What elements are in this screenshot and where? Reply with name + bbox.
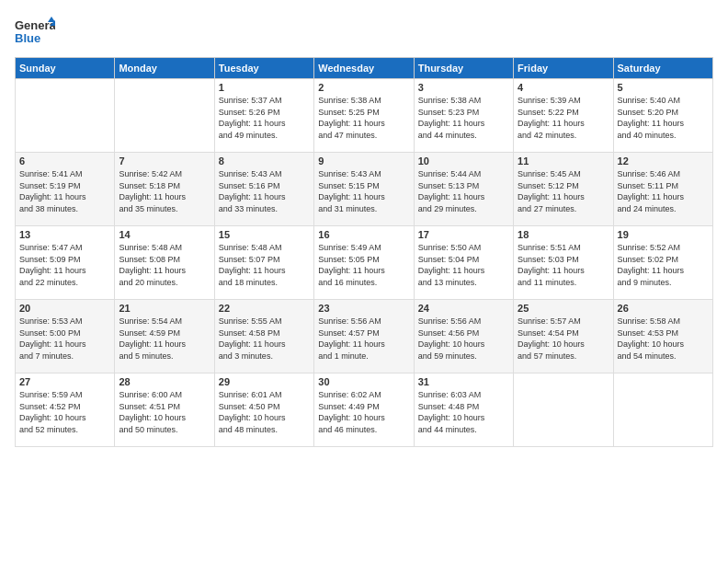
day-number: 4 [518,82,609,93]
day-info: Sunrise: 5:39 AM Sunset: 5:22 PM Dayligh… [518,95,609,141]
day-number: 13 [19,229,110,240]
day-info: Sunrise: 5:38 AM Sunset: 5:23 PM Dayligh… [418,95,509,141]
day-number: 31 [418,376,509,387]
day-number: 23 [318,303,409,314]
day-number: 1 [219,82,310,93]
day-number: 18 [518,229,609,240]
day-number: 30 [318,376,409,387]
calendar-week-row: 20Sunrise: 5:53 AM Sunset: 5:00 PM Dayli… [16,300,713,373]
day-info: Sunrise: 5:47 AM Sunset: 5:09 PM Dayligh… [19,242,110,288]
calendar-cell: 21Sunrise: 5:54 AM Sunset: 4:59 PM Dayli… [115,300,214,373]
calendar-cell: 26Sunrise: 5:58 AM Sunset: 4:53 PM Dayli… [613,300,712,373]
day-info: Sunrise: 5:51 AM Sunset: 5:03 PM Dayligh… [518,242,609,288]
calendar-header-row: SundayMondayTuesdayWednesdayThursdayFrid… [16,58,713,79]
day-info: Sunrise: 5:48 AM Sunset: 5:08 PM Dayligh… [119,242,210,288]
calendar-cell [115,79,214,153]
day-info: Sunrise: 6:03 AM Sunset: 4:48 PM Dayligh… [418,389,509,435]
calendar-cell: 8Sunrise: 5:43 AM Sunset: 5:16 PM Daylig… [214,153,313,226]
day-info: Sunrise: 5:54 AM Sunset: 4:59 PM Dayligh… [119,316,210,362]
calendar-cell [514,373,613,447]
day-info: Sunrise: 5:53 AM Sunset: 5:00 PM Dayligh… [19,316,110,362]
calendar-cell: 1Sunrise: 5:37 AM Sunset: 5:26 PM Daylig… [214,79,313,153]
day-info: Sunrise: 5:38 AM Sunset: 5:25 PM Dayligh… [318,95,409,141]
calendar-cell: 30Sunrise: 6:02 AM Sunset: 4:49 PM Dayli… [314,373,414,447]
header: General Blue [15,15,713,48]
calendar-cell: 13Sunrise: 5:47 AM Sunset: 5:09 PM Dayli… [16,226,115,300]
day-number: 9 [318,155,409,167]
day-info: Sunrise: 5:48 AM Sunset: 5:07 PM Dayligh… [219,242,310,288]
day-info: Sunrise: 6:01 AM Sunset: 4:50 PM Dayligh… [219,389,310,435]
calendar-cell: 29Sunrise: 6:01 AM Sunset: 4:50 PM Dayli… [214,373,313,447]
weekday-header: Thursday [414,58,513,79]
calendar-cell: 5Sunrise: 5:40 AM Sunset: 5:20 PM Daylig… [613,79,712,153]
day-number: 16 [318,229,409,240]
day-number: 14 [119,229,210,240]
day-info: Sunrise: 5:50 AM Sunset: 5:04 PM Dayligh… [418,242,509,288]
day-number: 22 [219,303,310,314]
calendar-cell: 9Sunrise: 5:43 AM Sunset: 5:15 PM Daylig… [314,153,414,226]
weekday-header: Friday [514,58,613,79]
day-info: Sunrise: 5:40 AM Sunset: 5:20 PM Dayligh… [618,95,709,141]
calendar-cell: 4Sunrise: 5:39 AM Sunset: 5:22 PM Daylig… [514,79,613,153]
calendar-cell [613,373,712,447]
calendar-cell [16,79,115,153]
calendar-week-row: 27Sunrise: 5:59 AM Sunset: 4:52 PM Dayli… [16,373,713,447]
day-number: 10 [418,155,509,167]
calendar-cell: 7Sunrise: 5:42 AM Sunset: 5:18 PM Daylig… [115,153,214,226]
weekday-header: Sunday [16,58,115,79]
day-number: 29 [219,376,310,387]
day-info: Sunrise: 5:49 AM Sunset: 5:05 PM Dayligh… [318,242,409,288]
day-info: Sunrise: 5:43 AM Sunset: 5:15 PM Dayligh… [318,168,409,214]
day-info: Sunrise: 5:44 AM Sunset: 5:13 PM Dayligh… [418,168,509,214]
calendar-cell: 20Sunrise: 5:53 AM Sunset: 5:00 PM Dayli… [16,300,115,373]
calendar-cell: 6Sunrise: 5:41 AM Sunset: 5:19 PM Daylig… [16,153,115,226]
day-number: 7 [119,155,210,167]
day-info: Sunrise: 5:57 AM Sunset: 4:54 PM Dayligh… [518,316,609,362]
day-info: Sunrise: 5:58 AM Sunset: 4:53 PM Dayligh… [618,316,709,362]
day-number: 27 [19,376,110,387]
day-number: 5 [618,82,709,93]
day-number: 15 [219,229,310,240]
day-number: 17 [418,229,509,240]
calendar-cell: 18Sunrise: 5:51 AM Sunset: 5:03 PM Dayli… [514,226,613,300]
calendar-cell: 31Sunrise: 6:03 AM Sunset: 4:48 PM Dayli… [414,373,513,447]
calendar-cell: 3Sunrise: 5:38 AM Sunset: 5:23 PM Daylig… [414,79,513,153]
day-info: Sunrise: 5:56 AM Sunset: 4:56 PM Dayligh… [418,316,509,362]
calendar-cell: 27Sunrise: 5:59 AM Sunset: 4:52 PM Dayli… [16,373,115,447]
day-number: 20 [19,303,110,314]
day-number: 28 [119,376,210,387]
calendar-week-row: 6Sunrise: 5:41 AM Sunset: 5:19 PM Daylig… [16,153,713,226]
day-number: 12 [618,155,709,167]
day-number: 21 [119,303,210,314]
logo: General Blue [15,15,55,48]
calendar-cell: 16Sunrise: 5:49 AM Sunset: 5:05 PM Dayli… [314,226,414,300]
calendar-week-row: 13Sunrise: 5:47 AM Sunset: 5:09 PM Dayli… [16,226,713,300]
calendar-cell: 11Sunrise: 5:45 AM Sunset: 5:12 PM Dayli… [514,153,613,226]
day-number: 11 [518,155,609,167]
day-info: Sunrise: 6:02 AM Sunset: 4:49 PM Dayligh… [318,389,409,435]
day-number: 19 [618,229,709,240]
weekday-header: Saturday [613,58,712,79]
day-info: Sunrise: 5:45 AM Sunset: 5:12 PM Dayligh… [518,168,609,214]
day-info: Sunrise: 5:59 AM Sunset: 4:52 PM Dayligh… [19,389,110,435]
day-info: Sunrise: 5:46 AM Sunset: 5:11 PM Dayligh… [618,168,709,214]
calendar-cell: 14Sunrise: 5:48 AM Sunset: 5:08 PM Dayli… [115,226,214,300]
day-info: Sunrise: 5:52 AM Sunset: 5:02 PM Dayligh… [618,242,709,288]
calendar-page: General Blue SundayMondayTuesdayWednesda… [0,0,728,563]
calendar-cell: 22Sunrise: 5:55 AM Sunset: 4:58 PM Dayli… [214,300,313,373]
calendar-cell: 17Sunrise: 5:50 AM Sunset: 5:04 PM Dayli… [414,226,513,300]
svg-text:Blue: Blue [15,31,40,45]
calendar-cell: 2Sunrise: 5:38 AM Sunset: 5:25 PM Daylig… [314,79,414,153]
weekday-header: Wednesday [314,58,414,79]
day-number: 3 [418,82,509,93]
calendar-cell: 15Sunrise: 5:48 AM Sunset: 5:07 PM Dayli… [214,226,313,300]
day-number: 26 [618,303,709,314]
calendar-week-row: 1Sunrise: 5:37 AM Sunset: 5:26 PM Daylig… [16,79,713,153]
calendar-cell: 19Sunrise: 5:52 AM Sunset: 5:02 PM Dayli… [613,226,712,300]
weekday-header: Tuesday [214,58,313,79]
calendar-cell: 25Sunrise: 5:57 AM Sunset: 4:54 PM Dayli… [514,300,613,373]
calendar-cell: 24Sunrise: 5:56 AM Sunset: 4:56 PM Dayli… [414,300,513,373]
day-number: 25 [518,303,609,314]
day-info: Sunrise: 5:37 AM Sunset: 5:26 PM Dayligh… [219,95,310,141]
day-number: 8 [219,155,310,167]
